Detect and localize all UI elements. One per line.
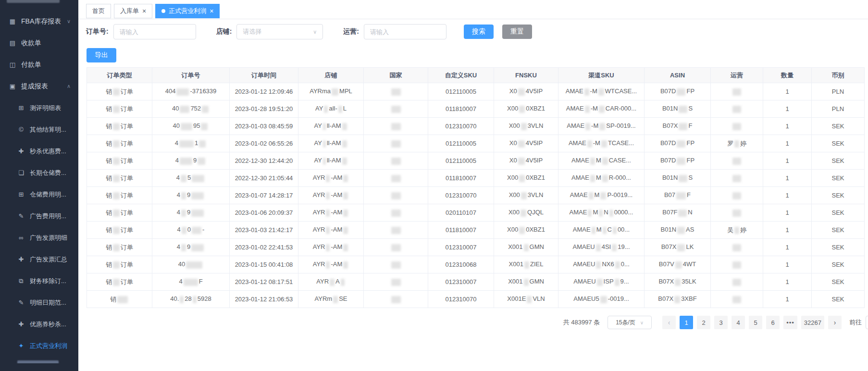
- close-icon[interactable]: ×: [142, 8, 146, 14]
- sidebar-item-3[interactable]: ◫付款单: [0, 54, 78, 75]
- sidebar-item-10[interactable]: ✎广告费用明...: [0, 205, 78, 227]
- redacted-blur: [113, 106, 120, 113]
- page-button-5[interactable]: 5: [749, 316, 762, 329]
- cell-country: [364, 100, 428, 118]
- cell-order_no: 49: [152, 204, 230, 222]
- redacted-blur: [391, 175, 401, 182]
- close-icon[interactable]: ×: [210, 8, 213, 14]
- sidebar-item-8[interactable]: ❏长期仓储费...: [0, 162, 78, 184]
- cell-text: 3VLN: [528, 122, 544, 129]
- redacted-blur: [679, 106, 687, 113]
- operator-input[interactable]: [364, 24, 446, 39]
- cell-text: X00: [508, 209, 520, 216]
- sidebar-item-16[interactable]: ✦正式营业利润: [0, 335, 78, 357]
- clipped-menu-label: [17, 360, 59, 363]
- page-button-4[interactable]: 4: [732, 316, 745, 329]
- cell-shop: AYR-AM: [298, 204, 364, 222]
- sidebar-item-partial-bottom[interactable]: [0, 357, 78, 363]
- cell-fnsku: X001GMN: [494, 239, 558, 256]
- cell-text: -0019...: [608, 295, 629, 302]
- sidebar-item-7[interactable]: ✚秒杀优惠费...: [0, 140, 78, 162]
- goto-page-input[interactable]: [866, 316, 868, 329]
- more-pages-button[interactable]: •••: [783, 316, 797, 329]
- sidebar-item-4[interactable]: ▣提成报表∧: [0, 75, 78, 97]
- cell-text: X00: [507, 226, 518, 233]
- cell-type: 销订单: [87, 187, 152, 204]
- column-header: 渠道SKU: [558, 68, 645, 83]
- cell-channel_sku: AMAEMN0000...: [558, 204, 645, 222]
- cell-text: AYR: [313, 243, 325, 250]
- cell-operator: [711, 100, 763, 118]
- cell-text: AMAE: [569, 139, 586, 147]
- cell-text: AYR: [313, 226, 325, 233]
- cell-text: ll-AM: [327, 157, 341, 164]
- order-no-input[interactable]: [113, 24, 196, 39]
- sidebar-item-6[interactable]: ©其他结算明...: [0, 119, 78, 140]
- cell-text: B07X: [658, 295, 673, 302]
- page-button-3[interactable]: 3: [714, 316, 728, 329]
- page-size-select[interactable]: 15条/页 ∨: [608, 316, 652, 329]
- sidebar-item-label: 广告发票汇总: [30, 255, 67, 264]
- cell-operator: [711, 187, 763, 204]
- cell-country: [364, 170, 428, 187]
- sidebar-item-12[interactable]: ✚广告发票汇总: [0, 248, 78, 270]
- page-button-2[interactable]: 2: [697, 316, 710, 329]
- cell-type: 销订单: [87, 239, 152, 256]
- cell-text: SP-0019...: [606, 122, 635, 129]
- sidebar-item-label: 收款单: [21, 39, 41, 48]
- redacted-blur: [113, 158, 120, 165]
- infinity-icon: ∞: [17, 234, 25, 241]
- cell-fnsku: X001ZIEL: [494, 256, 558, 273]
- shop-select-placeholder: 请选择: [243, 27, 261, 36]
- sidebar-item-2[interactable]: ▤收款单: [0, 32, 78, 54]
- sidebar-item-13[interactable]: ⧉财务移除订...: [0, 270, 78, 292]
- export-button[interactable]: 导出: [87, 48, 116, 62]
- sidebar-item-1[interactable]: ▦FBA库存报表∨: [0, 11, 78, 32]
- sidebar-item-9[interactable]: ⊞仓储费用明...: [0, 184, 78, 205]
- search-button[interactable]: 搜索: [464, 25, 494, 39]
- redacted-blur: [521, 210, 526, 217]
- sidebar-item-15[interactable]: ✚优惠券秒杀...: [0, 313, 78, 335]
- next-page-button[interactable]: ›: [828, 316, 842, 329]
- cell-time: 2023-01-02 22:41:53: [230, 239, 298, 256]
- page-button-6[interactable]: 6: [766, 316, 780, 329]
- cell-custom_sku: 012310070: [428, 118, 494, 135]
- cell-text: 9: [187, 243, 190, 250]
- cell-text: F: [199, 278, 203, 285]
- move-cross-icon: ✚: [17, 321, 25, 328]
- cell-text: B01N: [661, 226, 677, 233]
- tab-1[interactable]: 首页: [86, 4, 111, 18]
- cell-text: 销: [106, 140, 112, 147]
- shop-select[interactable]: 请选择 ∨: [236, 24, 323, 39]
- column-header: 数量: [763, 68, 812, 83]
- cell-text: 40.: [170, 295, 179, 302]
- redacted-blur: [326, 227, 330, 234]
- redacted-blur: [524, 244, 529, 251]
- cell-text: ZIEL: [530, 260, 543, 268]
- cell-text: VLN: [533, 295, 545, 302]
- prev-page-button[interactable]: ‹: [662, 316, 676, 329]
- page-button-1[interactable]: 1: [680, 316, 693, 329]
- redacted-blur: [341, 279, 345, 286]
- last-page-button[interactable]: 32267: [801, 316, 824, 329]
- tab-3[interactable]: 正式营业利润×: [155, 4, 220, 18]
- sidebar-item-5[interactable]: ⊞测评明细表: [0, 97, 78, 119]
- reset-button[interactable]: 重置: [502, 25, 532, 39]
- sidebar-item-label: 广告费用明...: [30, 212, 66, 221]
- cell-fnsku: X04V5IP: [494, 152, 558, 170]
- sidebar-item-14[interactable]: ✎明细日期范...: [0, 292, 78, 313]
- cell-text: 销: [106, 174, 112, 182]
- chevron-down-icon: ∨: [67, 18, 71, 25]
- cell-custom_sku: 012310070: [428, 187, 494, 204]
- tab-2[interactable]: 入库单×: [114, 4, 152, 18]
- redacted-blur: [592, 227, 595, 234]
- chevron-right-icon: ›: [834, 319, 836, 326]
- redacted-blur: [519, 106, 525, 113]
- calendar-icon: ⊞: [17, 104, 25, 111]
- cell-time: 2022-12-30 21:05:44: [230, 170, 298, 187]
- sidebar-item-11[interactable]: ∞广告发票明细: [0, 227, 78, 248]
- redacted-blur: [732, 296, 741, 303]
- redacted-blur: [677, 244, 685, 251]
- sidebar-item-partial-top[interactable]: [0, 0, 78, 11]
- redacted-blur: [599, 123, 605, 130]
